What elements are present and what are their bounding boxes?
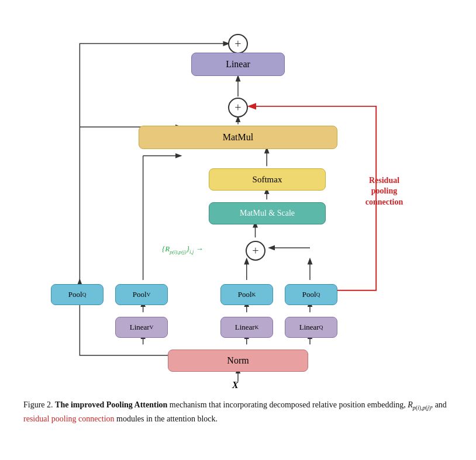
box-matmul: MatMul — [139, 126, 337, 149]
residual-label: Residualpoolingconnection — [358, 175, 411, 207]
box-linear-top: Linear — [191, 53, 285, 76]
page-container: + + + Linear MatMul Softmax MatMul & Sca… — [0, 18, 476, 442]
caption: Figure 2. The improved Pooling Attention… — [23, 399, 453, 424]
box-linear-k: LinearK — [220, 317, 273, 338]
caption-text2: modules in the attention block. — [115, 414, 218, 423]
caption-bold: The improved Pooling Attention — [55, 400, 167, 409]
x-label: X — [232, 380, 239, 390]
plus-rel: + — [246, 241, 265, 261]
box-matmul-scale: MatMul & Scale — [209, 202, 326, 224]
box-softmax: Softmax — [209, 168, 326, 191]
caption-red: residual pooling connection — [23, 414, 115, 423]
relation-label: {Rp(i),p(j)}i,j → — [162, 244, 203, 255]
diagram-area: + + + Linear MatMul Softmax MatMul & Sca… — [39, 29, 437, 392]
caption-text1: mechanism that incorporating decomposed … — [170, 400, 447, 409]
box-linear-q: LinearQ — [285, 317, 337, 338]
box-pool-q-right: PoolQ — [285, 284, 337, 305]
box-pool-k: PoolK — [220, 284, 273, 305]
plus-top: + — [228, 34, 248, 54]
box-norm: Norm — [168, 350, 308, 372]
box-pool-v: PoolV — [115, 284, 168, 305]
plus-mid: + — [228, 98, 248, 117]
box-linear-v: LinearV — [115, 317, 168, 338]
box-pool-q-left: PoolQ — [51, 284, 104, 305]
figure-number: Figure 2. — [23, 400, 53, 409]
